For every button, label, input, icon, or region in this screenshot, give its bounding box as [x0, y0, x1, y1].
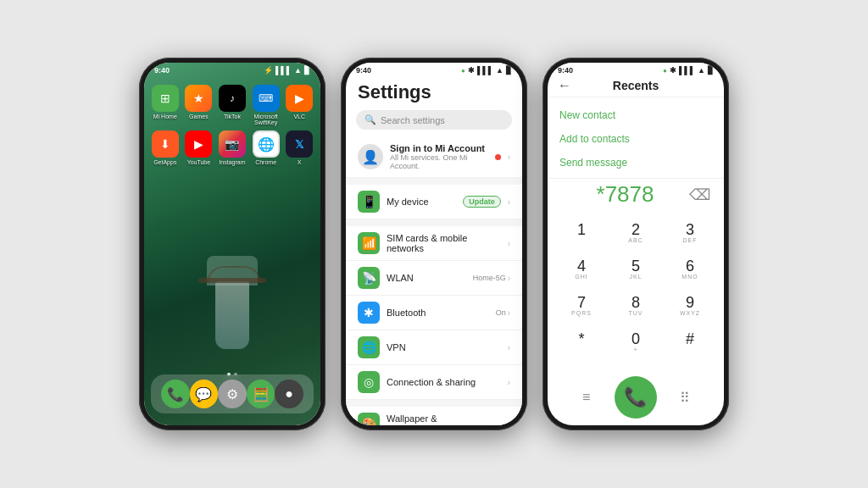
vlc-icon: ▶ [286, 85, 313, 112]
device-label: My device [387, 197, 456, 207]
new-contact-button[interactable]: New contact [548, 103, 724, 127]
settings-item-bluetooth[interactable]: ✱ Bluetooth On › [346, 296, 522, 330]
bluetooth-text: Bluetooth [387, 308, 489, 318]
dock-calculator[interactable]: 🧮 [247, 380, 275, 408]
key-5-sub: JKL [629, 274, 642, 281]
key-2-sub: ABC [628, 237, 643, 245]
dial-number: *7878 [561, 181, 689, 208]
settings-item-device[interactable]: 📱 My device Update › [346, 185, 522, 219]
chevron-wlan: › [508, 274, 510, 283]
app-label-vlc: VLC [293, 114, 305, 119]
key-0[interactable]: 0+ [609, 324, 663, 361]
key-6[interactable]: 6MNO [663, 252, 717, 288]
status-bar-home: 9:40 ⚡ ▌▌▌ ▲ ▊ [144, 63, 320, 76]
add-to-contacts-button[interactable]: Add to contacts [548, 127, 724, 151]
wlan-icon: 📡 [358, 267, 380, 289]
swiftkey-icon: ⌨ [253, 85, 280, 112]
status-bar-dialer: 9:40 ● ✱ ▌▌▌ ▲ ▊ [548, 63, 724, 76]
battery-dialer-icon: ▊ [708, 66, 714, 75]
key-1[interactable]: 1 [554, 215, 609, 252]
battery-icon: ▊ [304, 66, 310, 75]
wallpaper-icon: 🎨 [358, 413, 380, 425]
key-8-sub: TUV [629, 310, 643, 318]
app-label-games: Games [189, 114, 209, 119]
device-text: My device [387, 197, 456, 207]
back-button[interactable]: ← [558, 78, 571, 93]
key-3-main: 3 [686, 222, 694, 237]
key-9[interactable]: 9WXYZ [663, 288, 717, 324]
tiktok-icon: ♪ [219, 85, 246, 112]
key-star[interactable]: * [554, 324, 609, 361]
settings-content: Settings 🔍 Search settings 👤 Sign in to … [346, 75, 522, 425]
key-3[interactable]: 3DEF [663, 215, 717, 252]
key-4[interactable]: 4GHI [554, 252, 609, 288]
key-hash[interactable]: # [663, 324, 717, 361]
search-placeholder: Search settings [381, 115, 445, 125]
app-vlc[interactable]: ▶ VLC [285, 85, 314, 125]
bridge-decoration [198, 278, 266, 283]
app-x[interactable]: 𝕏 X [285, 130, 314, 165]
key-2[interactable]: 2ABC [609, 215, 663, 252]
key-4-sub: GHI [575, 274, 587, 281]
key-8[interactable]: 8TUV [609, 288, 663, 324]
app-youtube[interactable]: ▶ YouTube [185, 130, 214, 165]
app-tiktok[interactable]: ♪ TikTok [218, 85, 247, 125]
key-6-sub: MNO [682, 274, 698, 281]
app-instagram[interactable]: 📷 Instagram [218, 130, 247, 165]
chevron-device: › [508, 197, 510, 207]
account-row[interactable]: 👤 Sign in to Mi Account All Mi services.… [346, 136, 522, 178]
app-label-instagram: Instagram [219, 159, 245, 165]
keypad-toggle-button[interactable]: ⠿ [670, 382, 700, 413]
app-label-youtube: YouTube [187, 159, 211, 165]
chevron-connection: › [508, 378, 510, 387]
app-mi-home[interactable]: ⊞ Mi Home [151, 85, 180, 125]
settings-item-wallpaper[interactable]: 🎨 Wallpaper & personalization › [346, 407, 522, 425]
settings-list: 👤 Sign in to Mi Account All Mi services.… [346, 133, 522, 425]
dock-settings[interactable]: ⚙ [218, 380, 247, 408]
call-button[interactable]: 📞 [615, 376, 657, 419]
key-5[interactable]: 5JKL [609, 252, 663, 288]
dock-camera[interactable]: ● [275, 380, 303, 408]
wallpaper-label: Wallpaper & personalization [387, 413, 501, 425]
settings-item-connection[interactable]: ◎ Connection & sharing › [346, 365, 522, 400]
account-sub: All Mi services. One Mi Account. [390, 153, 488, 170]
notification-dot [495, 154, 501, 160]
app-swiftkey[interactable]: ⌨ Microsoft SwiftKey [252, 85, 281, 125]
app-getapps[interactable]: ⬇ GetApps [151, 130, 180, 165]
bluetooth-state: On [496, 308, 506, 317]
dialer-header: ← Recents [548, 75, 724, 97]
dock-phone[interactable]: 📞 [161, 380, 190, 408]
signal-settings-icon: ▌▌▌ [477, 66, 493, 75]
send-message-button[interactable]: Send message [548, 151, 724, 175]
settings-item-sim[interactable]: 📶 SIM cards & mobile networks › [346, 226, 522, 261]
backspace-button[interactable]: ⌫ [689, 186, 710, 204]
chrome-icon: 🌐 [253, 130, 280, 158]
chevron-bluetooth: › [508, 308, 510, 318]
settings-item-vpn[interactable]: 🌐 VPN › [346, 330, 522, 365]
divider-1 [346, 178, 522, 185]
menu-button[interactable]: ≡ [571, 382, 602, 413]
settings-item-wlan[interactable]: 📡 WLAN Home-5G › [346, 261, 522, 296]
app-games[interactable]: ★ Games [185, 85, 214, 125]
x-icon: 𝕏 [286, 130, 313, 158]
key-2-main: 2 [632, 222, 640, 237]
keypad: 1 2ABC 3DEF 4GHI 5JKL 6MNO 7PQRS 8TUV 9W… [548, 215, 724, 361]
call-icon: 📞 [624, 386, 647, 408]
wlan-label: WLAN [387, 273, 466, 283]
key-7-sub: PQRS [571, 310, 592, 318]
key-0-main: 0 [632, 331, 640, 347]
getapps-icon: ⬇ [152, 130, 179, 158]
dock-messages[interactable]: 💬 [190, 380, 219, 408]
app-chrome[interactable]: 🌐 Chrome [252, 130, 281, 165]
chevron-wallpaper: › [508, 419, 510, 426]
key-7[interactable]: 7PQRS [554, 288, 609, 324]
mi-home-icon: ⊞ [152, 85, 179, 112]
bluetooth-settings-icon: ✱ [358, 302, 380, 324]
settings-search-bar[interactable]: 🔍 Search settings [356, 110, 512, 130]
chevron-vpn: › [508, 343, 510, 352]
key-1-main: 1 [577, 222, 586, 237]
divider-3 [346, 400, 522, 407]
app-dock: 📞 💬 ⚙ 🧮 ● [151, 374, 314, 413]
divider-2 [346, 219, 522, 226]
settings-title: Settings [346, 75, 522, 107]
